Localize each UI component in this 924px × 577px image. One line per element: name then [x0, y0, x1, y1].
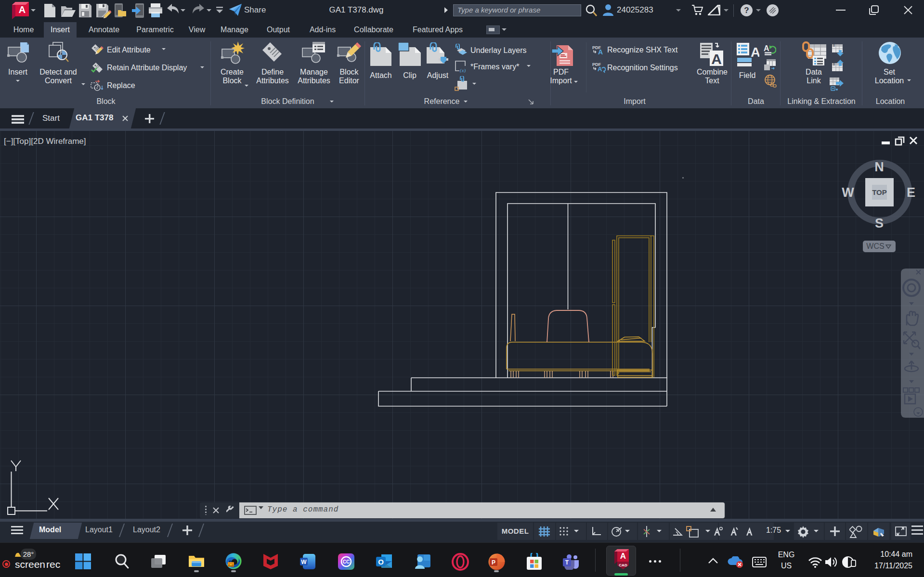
- svg-text:W: W: [842, 185, 854, 200]
- svg-text:(x): (x): [460, 67, 466, 73]
- svg-text:N: N: [874, 160, 884, 174]
- svg-text:W: W: [301, 559, 307, 565]
- svg-text:A: A: [764, 44, 769, 52]
- svg-text:8: 8: [833, 44, 835, 47]
- svg-text:A: A: [751, 45, 759, 60]
- svg-text:TOP: TOP: [872, 188, 887, 196]
- svg-text:S: S: [875, 216, 884, 231]
- svg-text:WCS: WCS: [866, 242, 884, 250]
- svg-text:O: O: [378, 558, 384, 566]
- svg-text:CAD: CAD: [619, 563, 627, 567]
- svg-text:T: T: [565, 559, 569, 566]
- svg-text:A: A: [598, 65, 602, 73]
- svg-text:8: 8: [833, 63, 835, 66]
- svg-text:E: E: [907, 185, 915, 200]
- svg-text:CC: CC: [343, 559, 350, 564]
- svg-text:A: A: [598, 48, 603, 55]
- svg-text:P: P: [492, 559, 495, 566]
- svg-text:[−][Top][2D Wireframe]: [−][Top][2D Wireframe]: [4, 137, 86, 146]
- svg-text:A: A: [711, 51, 722, 67]
- svg-text:A: A: [620, 551, 626, 561]
